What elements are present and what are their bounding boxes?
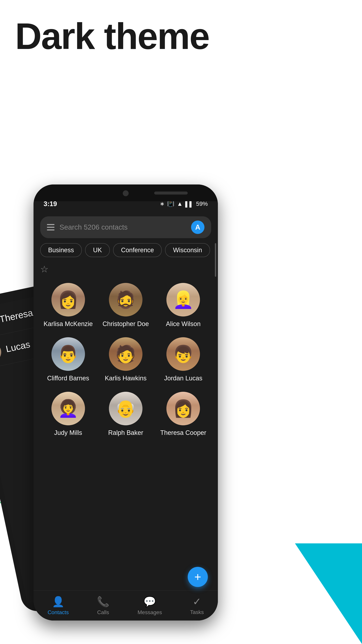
messages-nav-label: Messages <box>138 609 162 616</box>
battery-level: 59% <box>196 200 208 207</box>
contact-name-judy: Judy Mills <box>54 429 82 437</box>
wifi-icon: ▲ <box>177 200 183 207</box>
contact-name-ralph: Ralph Baker <box>108 429 143 437</box>
contact-avatar-karlisa: 👩 <box>51 283 85 316</box>
phone-camera <box>123 190 129 196</box>
add-contact-fab[interactable]: + <box>188 567 208 587</box>
contact-name-christopher: Christopher Doe <box>103 320 149 328</box>
search-bar[interactable]: Search 5206 contacts A <box>40 216 211 238</box>
filter-chips-row: Business UK Conference Wisconsin <box>33 242 218 260</box>
star-icon: ☆ <box>40 264 48 274</box>
contact-avatar-ralph: 👴 <box>109 392 142 425</box>
tasks-nav-icon: ✓ <box>193 596 201 608</box>
favorites-row[interactable]: ☆ <box>33 260 218 278</box>
status-icons: ∗ 📳 ▲ ▌▌ 59% <box>160 200 208 207</box>
nav-messages[interactable]: 💬 Messages <box>138 596 162 616</box>
contacts-nav-label: Contacts <box>48 609 69 616</box>
contact-name-theresa: Theresa Cooper <box>160 429 206 437</box>
nav-contacts[interactable]: 👤 Contacts <box>48 596 69 616</box>
contact-card-karlisa[interactable]: 👩 Karlisa McKenzie <box>40 280 96 332</box>
contact-name-karlisa: Karlisa McKenzie <box>43 320 93 328</box>
contact-name-jordan: Jordan Lucas <box>164 374 202 382</box>
chip-wisconsin[interactable]: Wisconsin <box>165 243 210 257</box>
bottom-navigation: 👤 Contacts 📞 Calls 💬 Messages ✓ Tasks <box>33 590 218 620</box>
nav-tasks[interactable]: ✓ Tasks <box>190 596 204 615</box>
contact-name-alice: Alice Wilson <box>166 320 201 328</box>
nav-calls[interactable]: 📞 Calls <box>97 596 109 616</box>
chip-uk[interactable]: UK <box>85 243 110 257</box>
bluetooth-icon: ∗ <box>160 200 165 207</box>
chip-conference[interactable]: Conference <box>113 243 162 257</box>
phone-screen: Search 5206 contacts A Business UK Confe… <box>33 210 218 620</box>
contacts-nav-icon: 👤 <box>52 596 64 608</box>
contact-card-clifford[interactable]: 👨 Clifford Barnes <box>40 334 96 386</box>
tasks-nav-label: Tasks <box>190 609 204 615</box>
chip-business[interactable]: Business <box>40 243 82 257</box>
contact-card-alice[interactable]: 👱‍♀️ Alice Wilson <box>155 280 211 332</box>
bg-contact-name-lucas: Lucas <box>5 339 31 354</box>
user-avatar-badge[interactable]: A <box>191 220 204 234</box>
contact-avatar-karlis: 🧑 <box>109 337 142 371</box>
contact-avatar-jordan: 👦 <box>166 337 200 371</box>
contact-avatar-clifford: 👨 <box>51 337 85 371</box>
page-title: Dark theme <box>15 15 209 58</box>
calls-nav-label: Calls <box>97 609 109 616</box>
phone-speaker <box>154 192 188 194</box>
contact-card-karlis[interactable]: 🧑 Karlis Hawkins <box>98 334 153 386</box>
messages-nav-icon: 💬 <box>143 596 156 608</box>
vibrate-icon: 📳 <box>167 200 174 207</box>
scrollbar[interactable] <box>215 243 216 277</box>
hamburger-menu-icon[interactable] <box>47 224 54 230</box>
signal-icon: ▌▌ <box>185 200 194 207</box>
contact-card-christopher[interactable]: 🧔 Christopher Doe <box>98 280 153 332</box>
contact-name-clifford: Clifford Barnes <box>47 374 89 382</box>
contacts-grid: 👩 Karlisa McKenzie 🧔 Christopher Doe 👱‍♀… <box>33 278 218 443</box>
teal-triangle-decoration <box>295 544 362 644</box>
contact-card-theresa[interactable]: 👩 Theresa Cooper <box>155 388 211 441</box>
contact-avatar-alice: 👱‍♀️ <box>166 283 200 316</box>
contact-card-ralph[interactable]: 👴 Ralph Baker <box>98 388 153 441</box>
contact-card-judy[interactable]: 👩‍🦱 Judy Mills <box>40 388 96 441</box>
phone-top-bar <box>33 184 218 201</box>
contact-name-karlis: Karlis Hawkins <box>105 374 146 382</box>
calls-nav-icon: 📞 <box>97 596 109 608</box>
main-phone: 3:19 ∗ 📳 ▲ ▌▌ 59% Search 5206 contacts A <box>33 184 218 620</box>
contact-avatar-christopher: 🧔 <box>109 283 142 316</box>
contact-card-jordan[interactable]: 👦 Jordan Lucas <box>155 334 211 386</box>
contact-avatar-theresa: 👩 <box>166 392 200 425</box>
search-input[interactable]: Search 5206 contacts <box>59 223 186 231</box>
contact-avatar-judy: 👩‍🦱 <box>51 392 85 425</box>
